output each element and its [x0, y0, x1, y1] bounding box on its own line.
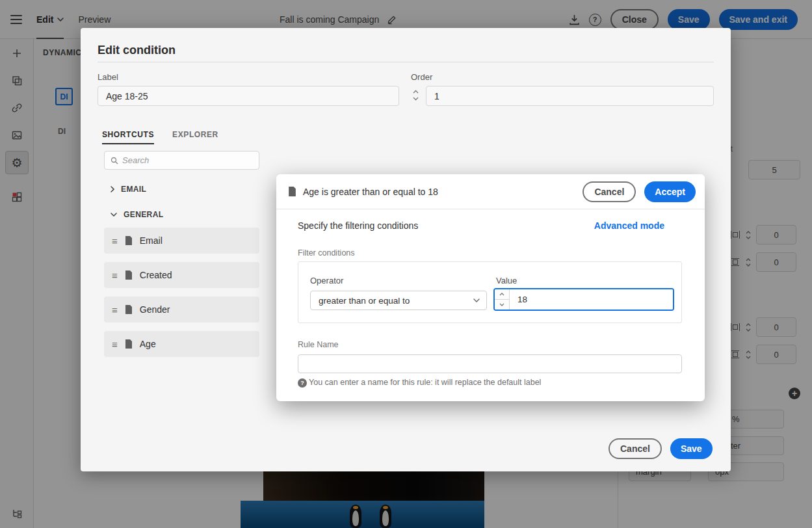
- chevron-down-icon: [111, 213, 117, 217]
- search-field[interactable]: [104, 151, 259, 170]
- shortcut-item-email[interactable]: ≡ Email: [104, 228, 259, 254]
- chevron-down-icon: [473, 298, 480, 302]
- operator-select[interactable]: greater than or equal to: [310, 291, 487, 310]
- search-input[interactable]: [122, 155, 253, 165]
- order-field-input[interactable]: [426, 86, 714, 106]
- order-field-label: Order: [411, 72, 432, 82]
- filter-conditions-box: Operator greater than or equal to Value: [298, 261, 682, 323]
- rule-name-label: Rule Name: [298, 340, 339, 349]
- value-stepper: [495, 289, 510, 310]
- rule-accept-button[interactable]: Accept: [644, 181, 696, 202]
- section-email[interactable]: EMAIL: [111, 185, 146, 194]
- shortcut-list: ≡ Email ≡ Created ≡ Gender ≡ Age: [104, 228, 259, 357]
- rule-cancel-button[interactable]: Cancel: [583, 181, 636, 202]
- stepper-up-icon[interactable]: [413, 90, 419, 94]
- label-field-label: Label: [98, 72, 118, 82]
- drag-handle-icon[interactable]: ≡: [112, 271, 118, 280]
- tab-shortcuts[interactable]: SHORTCUTS: [102, 130, 154, 144]
- drag-handle-icon[interactable]: ≡: [112, 236, 118, 246]
- value-input[interactable]: [510, 289, 673, 310]
- tab-explorer[interactable]: EXPLORER: [172, 130, 218, 144]
- divider: [98, 62, 714, 62]
- filter-conditions-label: Filter conditions: [298, 248, 355, 257]
- value-number-field: [493, 288, 674, 311]
- shortcut-label: Gender: [140, 304, 170, 315]
- rule-title: Age is greater than or equal to 18: [303, 187, 438, 197]
- label-field-input[interactable]: [98, 86, 399, 106]
- operator-label: Operator: [310, 276, 343, 285]
- rule-name-input[interactable]: [298, 354, 682, 373]
- shortcut-label: Age: [140, 339, 156, 349]
- section-email-label: EMAIL: [121, 185, 146, 194]
- section-general[interactable]: GENERAL: [111, 210, 163, 219]
- hint-text: You can enter a name for this rule: it w…: [309, 378, 541, 387]
- shortcut-item-gender[interactable]: ≡ Gender: [104, 297, 259, 323]
- save-button[interactable]: Save: [670, 438, 713, 459]
- shortcut-label: Email: [140, 235, 163, 246]
- search-icon: [111, 157, 118, 165]
- document-icon: [125, 236, 133, 245]
- advanced-mode-link[interactable]: Advanced mode: [594, 220, 664, 231]
- shortcuts-explorer-tabs: SHORTCUTS EXPLORER: [102, 130, 218, 144]
- stepper-down-icon[interactable]: [495, 300, 509, 310]
- document-icon: [288, 187, 296, 196]
- rule-editor-dialog: Age is greater than or equal to 18 Cance…: [276, 174, 705, 401]
- stepper-down-icon[interactable]: [413, 97, 419, 101]
- shortcut-label: Created: [140, 270, 172, 280]
- document-icon: [125, 339, 133, 349]
- shortcut-item-age[interactable]: ≡ Age: [104, 331, 259, 357]
- drag-handle-icon[interactable]: ≡: [112, 339, 118, 349]
- drag-handle-icon[interactable]: ≡: [112, 305, 118, 315]
- order-stepper[interactable]: [413, 90, 419, 101]
- value-label: Value: [496, 276, 517, 285]
- document-icon: [125, 305, 133, 314]
- chevron-right-icon: [111, 186, 114, 192]
- cancel-button[interactable]: Cancel: [609, 438, 662, 459]
- stepper-up-icon[interactable]: [495, 289, 509, 300]
- section-general-label: GENERAL: [124, 210, 163, 219]
- rule-editor-header: Age is greater than or equal to 18 Cance…: [276, 174, 705, 209]
- rule-name-hint: ? You can enter a name for this rule: it…: [298, 378, 541, 388]
- dialog-footer: Cancel Save: [609, 438, 713, 459]
- info-icon: ?: [298, 378, 307, 388]
- dialog-title: Edit condition: [98, 44, 176, 57]
- operator-value: greater than or equal to: [319, 296, 410, 306]
- document-icon: [125, 271, 133, 280]
- filtering-subtitle: Specify the filtering conditions: [298, 220, 418, 231]
- shortcut-item-created[interactable]: ≡ Created: [104, 262, 259, 288]
